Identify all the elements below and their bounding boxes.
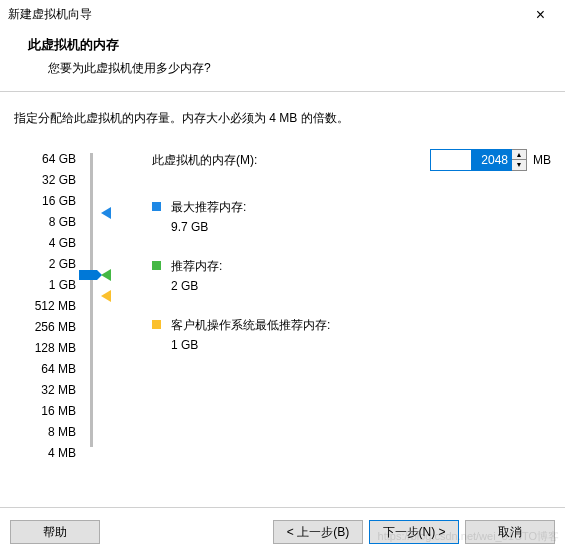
page-title: 此虚拟机的内存	[28, 36, 565, 54]
close-icon[interactable]: ×	[530, 6, 551, 24]
minimum-marker-icon	[101, 290, 111, 302]
next-button[interactable]: 下一步(N) >	[369, 520, 459, 544]
max-memory-icon	[152, 202, 161, 211]
wizard-header: 此虚拟机的内存 您要为此虚拟机使用多少内存?	[0, 26, 565, 92]
instruction-text: 指定分配给此虚拟机的内存量。内存大小必须为 4 MB 的倍数。	[0, 92, 565, 149]
window-title: 新建虚拟机向导	[8, 6, 92, 23]
max-memory-info: 最大推荐内存: 9.7 GB	[171, 199, 246, 234]
memory-scale-labels: 64 GB 32 GB 16 GB 8 GB 4 GB 2 GB 1 GB 51…	[35, 149, 76, 464]
help-button[interactable]: 帮助	[10, 520, 100, 544]
memory-unit: MB	[533, 153, 551, 167]
recommended-memory-info: 推荐内存: 2 GB	[171, 258, 222, 293]
max-marker-icon	[101, 207, 111, 219]
memory-slider-track[interactable]	[90, 153, 93, 447]
back-button[interactable]: < 上一步(B)	[273, 520, 363, 544]
memory-input-label: 此虚拟机的内存(M):	[152, 152, 430, 169]
recommended-memory-icon	[152, 261, 161, 270]
memory-slider-thumb[interactable]	[79, 270, 97, 280]
page-subtitle: 您要为此虚拟机使用多少内存?	[48, 60, 565, 77]
cancel-button[interactable]: 取消	[465, 520, 555, 544]
memory-input[interactable]	[430, 149, 512, 171]
recommended-marker-icon	[101, 269, 111, 281]
guest-min-memory-info: 客户机操作系统最低推荐内存: 1 GB	[171, 317, 330, 352]
memory-spin-up-icon[interactable]: ▲	[512, 150, 526, 160]
memory-spin-down-icon[interactable]: ▼	[512, 160, 526, 170]
guest-min-memory-icon	[152, 320, 161, 329]
